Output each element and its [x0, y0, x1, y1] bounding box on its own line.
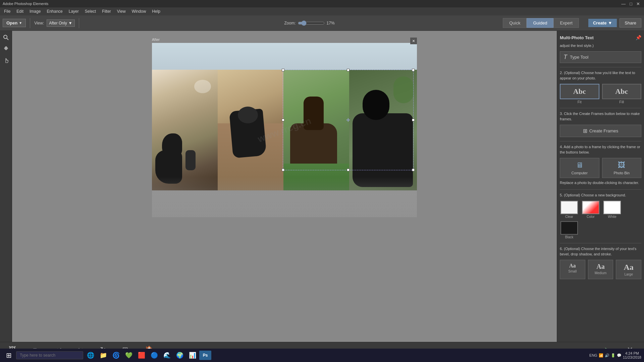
taskbar-app-3[interactable]: 🌊	[161, 349, 173, 361]
share-button[interactable]: Share	[620, 18, 641, 27]
tab-quick[interactable]: Quick	[503, 18, 527, 28]
minimize-btn[interactable]: —	[620, 1, 627, 6]
windows-icon: ⊞	[6, 351, 12, 359]
menu-edit[interactable]: Edit	[14, 8, 26, 14]
panel-pin-icon[interactable]: 📌	[636, 35, 641, 40]
hand-tool-btn[interactable]	[1, 56, 11, 65]
zoom-slider[interactable]	[298, 20, 325, 26]
menu-help[interactable]: Help	[149, 8, 163, 14]
step6-section: 6. (Optional) Choose the intensity of yo…	[560, 246, 641, 279]
taskbar-app-1[interactable]: 🟥	[136, 349, 148, 361]
sel-handle-tr[interactable]	[412, 69, 415, 71]
type-tool-button[interactable]: T Type Tool	[560, 51, 641, 63]
create-button[interactable]: Create ▼	[588, 19, 617, 27]
menu-enhance[interactable]: Enhance	[44, 8, 65, 14]
intensity-small-btn[interactable]: Aa Small	[560, 260, 585, 279]
start-button[interactable]: ⊞	[3, 349, 15, 361]
bg-black-label: Black	[565, 235, 573, 239]
open-button[interactable]: Open ▼	[3, 19, 26, 27]
menu-window[interactable]: Window	[129, 8, 149, 14]
sel-handle-ml[interactable]	[282, 119, 284, 121]
taskbar-app-ie[interactable]: 🌐	[85, 349, 97, 361]
intensity-medium-label: Medium	[595, 271, 607, 275]
bg-color-btn[interactable]: Color	[581, 201, 600, 219]
volume-icon: 🔊	[605, 353, 609, 358]
intensity-large-btn[interactable]: Aa Large	[616, 260, 641, 279]
intensity-medium-text: Aa	[596, 263, 604, 270]
taskbar-time: 4:24 PM	[623, 351, 641, 355]
step4-text: 4. Add a photo to a frame by clicking th…	[560, 144, 641, 155]
sel-handle-tl[interactable]	[282, 69, 284, 71]
window-controls[interactable]: — □ ✕	[620, 1, 641, 6]
step4-section: 4. Add a photo to a frame by clicking th…	[560, 144, 641, 186]
photo-bin-icon: 🖼	[618, 161, 625, 170]
panel-title: Multi-Photo Text	[560, 35, 594, 40]
divider-4	[560, 189, 641, 190]
tab-expert[interactable]: Expert	[553, 18, 579, 28]
intensity-medium-btn[interactable]: Aa Medium	[588, 260, 613, 279]
taskbar-app-explorer[interactable]: 📁	[97, 349, 109, 361]
taskbar-search-input[interactable]	[16, 351, 83, 359]
search-tool-btn[interactable]	[1, 33, 11, 42]
taskbar-app-edge[interactable]: 🌀	[110, 349, 122, 361]
bg-white-btn[interactable]: White	[603, 201, 622, 219]
taskbar-date: 11/23/2018	[623, 355, 641, 359]
view-selector[interactable]: After Only ▼	[47, 19, 74, 27]
top-toolbar: Open ▼ View: After Only ▼ Zoom: 17% Quic…	[0, 15, 644, 31]
sel-handle-bc[interactable]	[347, 169, 350, 171]
menu-image[interactable]: Image	[27, 8, 43, 14]
style-fill-btn[interactable]: Abc	[602, 84, 642, 99]
computer-source-btn[interactable]: 🖥 Computer	[560, 158, 599, 178]
svg-point-0	[4, 35, 7, 39]
menu-layer[interactable]: Layer	[66, 8, 82, 14]
pan-tool-btn[interactable]	[1, 44, 11, 53]
style-fit-btn[interactable]: Abc	[560, 84, 599, 99]
taskbar-time-area: 4:24 PM 11/23/2018	[623, 351, 641, 359]
taskbar-app-5[interactable]: 📊	[186, 349, 199, 361]
style-fill-pair: Abc Fill	[602, 84, 642, 104]
menu-view[interactable]: View	[114, 8, 128, 14]
step1-section: adjust the text style.) T Type Tool	[560, 43, 641, 63]
sel-handle-mr[interactable]	[412, 119, 415, 121]
close-btn[interactable]: ✕	[635, 1, 641, 6]
create-frames-button[interactable]: ⊞ Create Frames	[560, 125, 641, 137]
photo-bin-source-btn[interactable]: 🖼 Photo Bin	[602, 158, 642, 178]
notification-icon: 💬	[617, 353, 622, 358]
taskbar-app-ps[interactable]: Ps	[199, 351, 211, 360]
toolbar-separator	[30, 18, 30, 28]
taskbar-app-store[interactable]: 💚	[123, 349, 135, 361]
bg-black-swatch	[560, 221, 578, 235]
maximize-btn[interactable]: □	[628, 1, 634, 6]
menu-filter[interactable]: Filter	[99, 8, 114, 14]
bg-black-btn[interactable]: Black	[560, 221, 579, 239]
type-tool-label: Type Tool	[570, 55, 588, 60]
sel-handle-tc[interactable]	[347, 69, 350, 71]
menu-file[interactable]: File	[1, 8, 13, 14]
bg-clear-btn[interactable]: Clear	[560, 201, 579, 219]
taskbar-app-2[interactable]: 🔵	[148, 349, 160, 361]
share-label: Share	[625, 20, 636, 25]
menu-select[interactable]: Select	[82, 8, 99, 14]
divider-2	[560, 108, 641, 108]
intensity-buttons: Aa Small Aa Medium Aa Large	[560, 260, 641, 279]
create-label: Create	[593, 20, 606, 25]
divider-1	[560, 67, 641, 67]
create-frames-label: Create Frames	[589, 128, 619, 133]
intensity-small-label: Small	[568, 269, 577, 273]
canvas-image-area: FARM	[152, 43, 417, 217]
sel-handle-br[interactable]	[412, 169, 415, 171]
photo-bin-label: Photo Bin	[613, 171, 630, 175]
style-fit-label: Fit	[560, 100, 599, 104]
main-layout: After × FARM	[0, 31, 644, 342]
tab-guided[interactable]: Guided	[527, 18, 553, 28]
style-fill-label: Fill	[602, 100, 642, 104]
right-panel: Multi-Photo Text 📌 adjust the text style…	[557, 31, 644, 342]
taskbar: ⊞ 🌐 📁 🌀 💚 🟥 🔵 🌊 🌍 📊 Ps ENG 📶 🔊 🔋 💬 4:24 …	[0, 349, 644, 362]
sel-handle-bl[interactable]	[282, 169, 284, 171]
divider-5	[560, 243, 641, 243]
intensity-large-label: Large	[624, 273, 633, 276]
canvas-close-btn[interactable]: ×	[410, 38, 417, 44]
taskbar-app-4[interactable]: 🌍	[174, 349, 186, 361]
source-buttons: 🖥 Computer 🖼 Photo Bin	[560, 158, 641, 178]
taskbar-right-area: ENG 📶 🔊 🔋 💬 4:24 PM 11/23/2018	[589, 351, 641, 359]
